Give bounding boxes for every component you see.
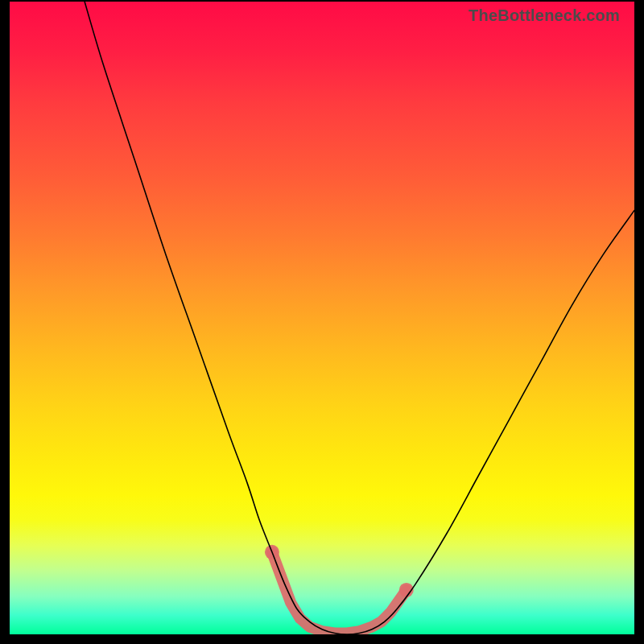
plot-area: TheBottleneck.com xyxy=(10,2,634,634)
curve-path xyxy=(85,2,634,634)
chart-svg xyxy=(10,2,634,634)
chart-container: TheBottleneck.com xyxy=(0,0,644,644)
